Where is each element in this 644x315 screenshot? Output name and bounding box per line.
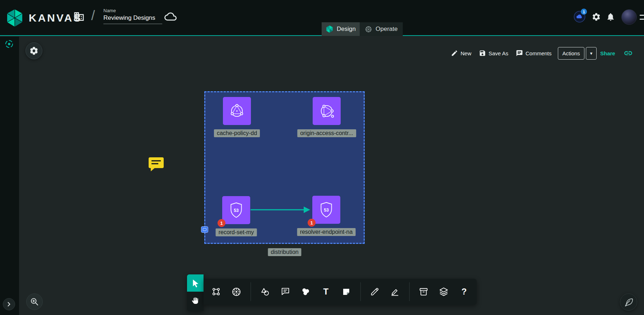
node-label: record-set-my bbox=[216, 228, 257, 236]
group-label: distribution bbox=[268, 248, 301, 256]
save-as-button[interactable]: Save As bbox=[479, 47, 508, 60]
notifications-button[interactable] bbox=[606, 12, 615, 22]
origin-access-globe-icon bbox=[317, 101, 336, 121]
plugin-icon bbox=[4, 39, 14, 49]
annotate-pencil-icon bbox=[390, 287, 400, 297]
bell-icon bbox=[606, 12, 615, 22]
group-collapse-handle[interactable] bbox=[201, 226, 208, 233]
text-tool-button[interactable]: T bbox=[318, 283, 334, 300]
actions-label: Actions bbox=[562, 50, 580, 56]
components-tool-button[interactable] bbox=[209, 283, 224, 300]
share-button[interactable]: Share bbox=[600, 47, 615, 60]
route53-shield-icon: 53 bbox=[227, 200, 246, 220]
node-cache-policy[interactable] bbox=[223, 97, 251, 125]
annotate-tool-button[interactable] bbox=[387, 283, 403, 300]
shapes-icon bbox=[260, 287, 270, 297]
zoom-button[interactable] bbox=[26, 293, 43, 310]
brand[interactable]: KANVAS bbox=[5, 0, 82, 36]
design-name-field: Name bbox=[103, 8, 162, 24]
selection-group-distribution[interactable]: 53 1 53 1 cache-policy-dd origin-access-… bbox=[204, 91, 365, 244]
svg-text:53: 53 bbox=[234, 208, 239, 213]
components-icon bbox=[211, 287, 221, 297]
archive-tool-button[interactable] bbox=[416, 283, 431, 300]
tab-design[interactable]: Design bbox=[322, 22, 360, 36]
node-label: origin-access-contr... bbox=[297, 129, 356, 137]
avatar[interactable] bbox=[621, 9, 637, 25]
cluster-tool-button[interactable] bbox=[298, 283, 313, 300]
design-name-input[interactable] bbox=[103, 13, 162, 24]
design-tab-label: Design bbox=[337, 26, 356, 33]
node-record-set[interactable]: 53 1 bbox=[222, 196, 250, 224]
help-tool-button[interactable]: ? bbox=[457, 283, 472, 300]
quill-pen-button[interactable] bbox=[620, 293, 637, 311]
sticky-note-icon bbox=[341, 287, 351, 297]
cloud-icon bbox=[164, 10, 177, 23]
operate-tab-label: Operate bbox=[375, 26, 397, 33]
svg-text:53: 53 bbox=[324, 208, 329, 213]
collapse-glyph-icon bbox=[203, 228, 206, 231]
dropdown-caret-icon: ▾ bbox=[590, 51, 593, 56]
cloud-account-button[interactable]: 1 bbox=[574, 11, 585, 23]
actions-dropdown-button[interactable]: ▾ bbox=[586, 47, 597, 60]
kanvas-logo-icon bbox=[5, 8, 24, 28]
canvas-menu-button[interactable] bbox=[25, 42, 42, 59]
chevron-right-icon bbox=[5, 301, 13, 308]
toolbar-divider bbox=[409, 282, 410, 301]
new-button[interactable]: New bbox=[451, 47, 471, 60]
cloud-sync-button[interactable] bbox=[164, 10, 177, 23]
shapes-tool-button[interactable] bbox=[257, 283, 273, 300]
organization-button[interactable] bbox=[73, 11, 85, 22]
share-label: Share bbox=[600, 50, 615, 56]
help-icon: ? bbox=[462, 287, 467, 297]
save-as-label: Save As bbox=[489, 50, 508, 56]
menu-icon-partial[interactable] bbox=[640, 12, 644, 23]
kubernetes-wheel-icon bbox=[231, 287, 242, 297]
comment-tool-icon bbox=[280, 287, 290, 297]
link-icon bbox=[624, 48, 633, 58]
node-origin-access-control[interactable] bbox=[313, 97, 341, 125]
pencil-icon bbox=[451, 50, 458, 57]
gear-icon bbox=[592, 12, 601, 22]
node-resolver-endpoint[interactable]: 53 1 bbox=[312, 196, 340, 224]
layers-tool-button[interactable] bbox=[436, 283, 452, 300]
plugin-button[interactable] bbox=[4, 39, 14, 49]
circles-cluster-icon bbox=[300, 287, 311, 297]
save-icon bbox=[479, 50, 486, 57]
breadcrumb-slash: / bbox=[91, 8, 95, 23]
settings-button[interactable] bbox=[592, 12, 601, 22]
archive-icon bbox=[419, 287, 429, 297]
comments-button[interactable]: Comments bbox=[516, 47, 552, 60]
organization-icon bbox=[73, 11, 85, 22]
node-label: resolver-endpoint-na bbox=[297, 228, 356, 236]
design-toolbar: T bbox=[204, 279, 477, 305]
draw-tool-button[interactable] bbox=[367, 283, 383, 300]
comment-marker[interactable] bbox=[149, 157, 164, 173]
kubernetes-tool-button[interactable] bbox=[229, 283, 244, 300]
design-tab-icon bbox=[326, 25, 333, 33]
toolbar-primary-tools bbox=[187, 274, 204, 311]
kanvas-app: KANVAS / Name Desi bbox=[0, 0, 644, 315]
tab-operate[interactable]: Operate bbox=[360, 22, 403, 36]
edge-arrow[interactable] bbox=[249, 204, 314, 216]
notification-badge: 1 bbox=[581, 9, 587, 15]
pan-tool-button[interactable] bbox=[187, 292, 204, 309]
sidebar-expand-button[interactable] bbox=[3, 298, 15, 310]
comments-label: Comments bbox=[526, 50, 552, 56]
cloudfront-globe-icon bbox=[227, 101, 247, 121]
select-tool-button[interactable] bbox=[187, 274, 204, 292]
actions-button[interactable]: Actions bbox=[558, 47, 584, 60]
hand-icon bbox=[191, 296, 200, 305]
left-sidebar bbox=[0, 37, 19, 315]
route53-shield-icon: 53 bbox=[317, 200, 336, 219]
design-name-label: Name bbox=[103, 8, 162, 13]
magnifier-plus-icon bbox=[30, 297, 39, 306]
error-badge: 1 bbox=[218, 219, 225, 227]
node-label: cache-policy-dd bbox=[214, 129, 260, 137]
comment-tool-button[interactable] bbox=[278, 283, 293, 300]
quill-pen-icon bbox=[624, 297, 634, 307]
draw-pencil-icon bbox=[370, 287, 380, 297]
layers-icon bbox=[439, 287, 449, 297]
copy-link-button[interactable] bbox=[624, 47, 633, 60]
sticky-note-tool-button[interactable] bbox=[339, 283, 354, 300]
new-label: New bbox=[461, 50, 471, 56]
